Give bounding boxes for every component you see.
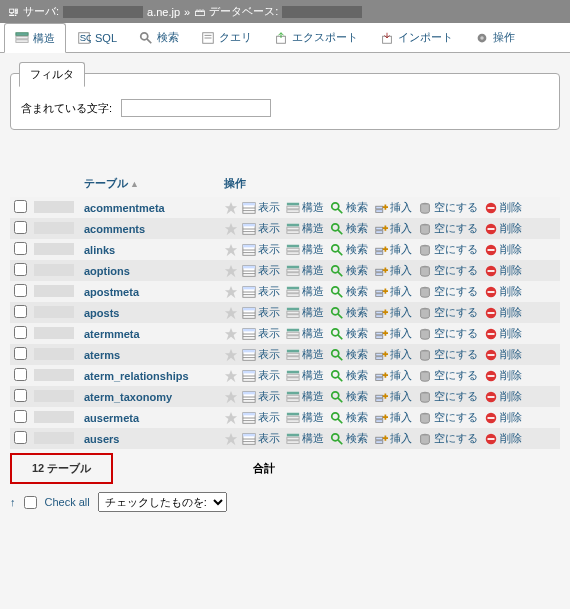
tab-query[interactable]: クエリ: [190, 23, 263, 52]
drop-link[interactable]: 削除: [482, 389, 524, 404]
search-link[interactable]: 検索: [328, 368, 370, 383]
tab-export[interactable]: エクスポート: [263, 23, 369, 52]
drop-link[interactable]: 削除: [482, 263, 524, 278]
row-checkbox[interactable]: [14, 410, 27, 423]
structure-link[interactable]: 構造: [284, 284, 326, 299]
drop-link[interactable]: 削除: [482, 242, 524, 257]
table-name-link[interactable]: ausers: [84, 433, 119, 445]
search-link[interactable]: 検索: [328, 242, 370, 257]
empty-link[interactable]: 空にする: [416, 305, 480, 320]
insert-link[interactable]: 挿入: [372, 431, 414, 446]
row-checkbox[interactable]: [14, 389, 27, 402]
structure-link[interactable]: 構造: [284, 389, 326, 404]
table-name-link[interactable]: alinks: [84, 244, 115, 256]
row-checkbox[interactable]: [14, 368, 27, 381]
browse-link[interactable]: 表示: [240, 242, 282, 257]
insert-link[interactable]: 挿入: [372, 389, 414, 404]
table-name-link[interactable]: acomments: [84, 223, 145, 235]
row-checkbox[interactable]: [14, 284, 27, 297]
empty-link[interactable]: 空にする: [416, 389, 480, 404]
empty-link[interactable]: 空にする: [416, 410, 480, 425]
search-link[interactable]: 検索: [328, 200, 370, 215]
drop-link[interactable]: 削除: [482, 431, 524, 446]
col-table[interactable]: テーブル: [84, 177, 128, 189]
tab-import[interactable]: インポート: [369, 23, 464, 52]
structure-link[interactable]: 構造: [284, 410, 326, 425]
tab-structure[interactable]: 構造: [4, 23, 66, 53]
browse-link[interactable]: 表示: [240, 305, 282, 320]
empty-link[interactable]: 空にする: [416, 431, 480, 446]
filter-input[interactable]: [121, 99, 271, 117]
drop-link[interactable]: 削除: [482, 305, 524, 320]
search-link[interactable]: 検索: [328, 284, 370, 299]
check-all-checkbox[interactable]: [24, 496, 37, 509]
insert-link[interactable]: 挿入: [372, 410, 414, 425]
search-link[interactable]: 検索: [328, 389, 370, 404]
browse-link[interactable]: 表示: [240, 263, 282, 278]
row-checkbox[interactable]: [14, 200, 27, 213]
drop-link[interactable]: 削除: [482, 200, 524, 215]
structure-link[interactable]: 構造: [284, 347, 326, 362]
empty-link[interactable]: 空にする: [416, 263, 480, 278]
structure-link[interactable]: 構造: [284, 431, 326, 446]
structure-link[interactable]: 構造: [284, 263, 326, 278]
table-name-link[interactable]: ausermeta: [84, 412, 139, 424]
row-checkbox[interactable]: [14, 305, 27, 318]
row-checkbox[interactable]: [14, 242, 27, 255]
empty-link[interactable]: 空にする: [416, 242, 480, 257]
browse-link[interactable]: 表示: [240, 347, 282, 362]
row-checkbox[interactable]: [14, 263, 27, 276]
browse-link[interactable]: 表示: [240, 326, 282, 341]
structure-link[interactable]: 構造: [284, 242, 326, 257]
browse-link[interactable]: 表示: [240, 431, 282, 446]
check-all-label[interactable]: Check all: [45, 496, 90, 508]
browse-link[interactable]: 表示: [240, 410, 282, 425]
row-checkbox[interactable]: [14, 347, 27, 360]
tab-sql[interactable]: SQLSQL: [66, 23, 128, 52]
row-checkbox[interactable]: [14, 326, 27, 339]
search-link[interactable]: 検索: [328, 305, 370, 320]
search-link[interactable]: 検索: [328, 326, 370, 341]
table-name-link[interactable]: aterm_relationships: [84, 370, 189, 382]
drop-link[interactable]: 削除: [482, 326, 524, 341]
insert-link[interactable]: 挿入: [372, 326, 414, 341]
empty-link[interactable]: 空にする: [416, 368, 480, 383]
search-link[interactable]: 検索: [328, 221, 370, 236]
drop-link[interactable]: 削除: [482, 347, 524, 362]
structure-link[interactable]: 構造: [284, 221, 326, 236]
browse-link[interactable]: 表示: [240, 284, 282, 299]
structure-link[interactable]: 構造: [284, 326, 326, 341]
browse-link[interactable]: 表示: [240, 221, 282, 236]
drop-link[interactable]: 削除: [482, 410, 524, 425]
browse-link[interactable]: 表示: [240, 368, 282, 383]
tab-operations[interactable]: 操作: [464, 23, 526, 52]
insert-link[interactable]: 挿入: [372, 221, 414, 236]
insert-link[interactable]: 挿入: [372, 242, 414, 257]
table-name-link[interactable]: aposts: [84, 307, 119, 319]
drop-link[interactable]: 削除: [482, 368, 524, 383]
browse-link[interactable]: 表示: [240, 200, 282, 215]
empty-link[interactable]: 空にする: [416, 284, 480, 299]
search-link[interactable]: 検索: [328, 347, 370, 362]
empty-link[interactable]: 空にする: [416, 221, 480, 236]
empty-link[interactable]: 空にする: [416, 200, 480, 215]
table-name-link[interactable]: atermmeta: [84, 328, 140, 340]
structure-link[interactable]: 構造: [284, 305, 326, 320]
table-name-link[interactable]: aterm_taxonomy: [84, 391, 172, 403]
empty-link[interactable]: 空にする: [416, 347, 480, 362]
drop-link[interactable]: 削除: [482, 221, 524, 236]
drop-link[interactable]: 削除: [482, 284, 524, 299]
search-link[interactable]: 検索: [328, 431, 370, 446]
empty-link[interactable]: 空にする: [416, 326, 480, 341]
insert-link[interactable]: 挿入: [372, 368, 414, 383]
tab-search[interactable]: 検索: [128, 23, 190, 52]
table-name-link[interactable]: aterms: [84, 349, 120, 361]
table-name-link[interactable]: apostmeta: [84, 286, 139, 298]
structure-link[interactable]: 構造: [284, 200, 326, 215]
insert-link[interactable]: 挿入: [372, 284, 414, 299]
row-checkbox[interactable]: [14, 431, 27, 444]
insert-link[interactable]: 挿入: [372, 347, 414, 362]
table-name-link[interactable]: acommentmeta: [84, 202, 165, 214]
insert-link[interactable]: 挿入: [372, 305, 414, 320]
search-link[interactable]: 検索: [328, 263, 370, 278]
